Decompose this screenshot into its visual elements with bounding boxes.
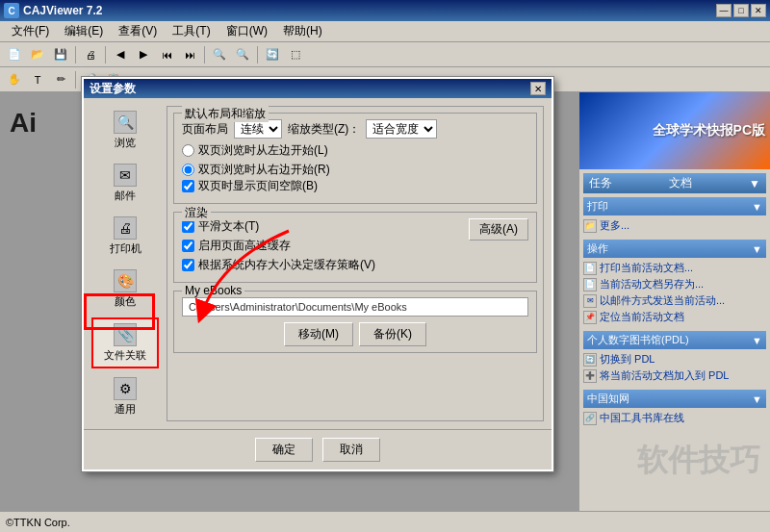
toolbar2-hand[interactable]: ✋ — [4, 69, 25, 90]
right-top-banner: 全球学术快报PC版 — [579, 92, 770, 169]
nav-print-label: 打印机 — [110, 241, 141, 256]
menu-window[interactable]: 窗口(W) — [218, 21, 275, 41]
toolbar-zoom-out[interactable]: 🔍 — [232, 44, 253, 65]
nav-general[interactable]: ⚙ 通用 — [91, 372, 159, 421]
status-bar: ©TTKN Corp. — [0, 511, 770, 532]
backup-button[interactable]: 备份(K) — [359, 322, 426, 346]
smart-checkbox[interactable] — [182, 259, 194, 271]
page-layout-radio-group: 双页浏览时从左边开始(L) 双页浏览时从右边开始(R) — [182, 142, 528, 178]
op-item-1[interactable]: 📄 当前活动文档另存为... — [583, 276, 766, 292]
nav-file-link-icon: 📎 — [114, 323, 137, 346]
pdl-switch-text: 切换到 PDL — [600, 352, 654, 367]
op-icon-3: 📌 — [583, 311, 597, 324]
more-item[interactable]: 📁 更多... — [583, 217, 766, 234]
nav-file-link[interactable]: 📎 文件关联 — [91, 317, 159, 368]
toolbar-forward[interactable]: ▶ — [133, 44, 154, 65]
pdl-section-header[interactable]: 个人数字图书馆(PDL) ▼ — [583, 331, 766, 349]
maximize-button[interactable]: □ — [733, 4, 749, 17]
smooth-checkbox[interactable] — [182, 220, 194, 233]
cnki-item-0[interactable]: 🔗 中国工具书库在线 — [583, 410, 766, 426]
ebooks-section: My eBooks C:\Users\Administrator\Documen… — [173, 291, 537, 353]
smart-checkbox-row: 根据系统内存大小决定缓存策略(V) — [182, 257, 375, 273]
op-icon-2: ✉ — [583, 294, 597, 308]
radio-right-row: 双页浏览时从右边开始(R) — [182, 162, 528, 178]
close-button[interactable]: ✕ — [751, 4, 766, 17]
task-panel-header: 任务 文档 ▼ — [583, 173, 766, 193]
toolbar-first[interactable]: ⏮ — [156, 44, 177, 65]
radio-right[interactable] — [182, 164, 194, 176]
print-section-header[interactable]: 打印 ▼ — [583, 197, 766, 215]
op-item-3[interactable]: 📌 定位当前活动文档 — [583, 309, 766, 325]
cancel-button[interactable]: 取消 — [322, 438, 380, 462]
menu-tools[interactable]: 工具(T) — [165, 21, 218, 41]
smart-label: 根据系统内存大小决定缓存策略(V) — [198, 257, 375, 273]
pdl-switch-item[interactable]: 🔄 切换到 PDL — [583, 351, 766, 367]
toolbar-select[interactable]: ⬚ — [285, 44, 306, 65]
move-button[interactable]: 移动(M) — [284, 322, 353, 346]
op-text-1: 当前活动文档另存为... — [600, 277, 704, 291]
cnki-section: 中国知网 ▼ 🔗 中国工具书库在线 — [583, 390, 766, 426]
ok-button[interactable]: 确定 — [255, 438, 313, 462]
toolbar-zoom-in[interactable]: 🔍 — [209, 44, 230, 65]
pdl-add-text: 将当前活动文档加入到 PDL — [600, 368, 729, 383]
gap-checkbox[interactable] — [182, 180, 194, 192]
render-section: 渲染 平滑文本(T) 启用页面高速缓存 — [173, 212, 537, 283]
toolbar-save[interactable]: 💾 — [50, 44, 71, 65]
page-layout-text: 页面布局 — [182, 121, 228, 138]
nav-print[interactable]: 🖨 打印机 — [91, 212, 159, 261]
op-icon-1: 📄 — [583, 278, 597, 291]
cnki-section-header[interactable]: 中国知网 ▼ — [583, 390, 766, 408]
pdl-add-item[interactable]: ➕ 将当前活动文档加入到 PDL — [583, 367, 766, 384]
nav-browse[interactable]: 🔍 浏览 — [91, 106, 159, 155]
op-collapse-icon: ▼ — [752, 243, 762, 255]
toolbar-open[interactable]: 📂 — [27, 44, 48, 65]
op-item-2[interactable]: ✉ 以邮件方式发送当前活动... — [583, 292, 766, 309]
default-layout-label: 默认布局和缩放 — [182, 106, 269, 122]
operations-section: 操作 ▼ 📄 打印当前活动文档... 📄 当前活动文档另存为... ✉ 以邮件方… — [583, 240, 766, 325]
toolbar-new[interactable]: 📄 — [4, 44, 25, 65]
toolbar-back[interactable]: ◀ — [110, 44, 131, 65]
op-item-0[interactable]: 📄 打印当前活动文档... — [583, 260, 766, 276]
app-icon: C — [4, 3, 19, 18]
toolbar-1: 📄 📂 💾 🖨 ◀ ▶ ⏮ ⏭ 🔍 🔍 🔄 ⬚ — [0, 42, 770, 67]
toolbar-sep-4 — [257, 46, 258, 63]
nav-color[interactable]: 🎨 颜色 — [91, 265, 159, 314]
cache-checkbox[interactable] — [182, 240, 194, 252]
dialog-footer: 确定 取消 — [84, 429, 552, 469]
copyright-text: ©TTKN Corp. — [6, 517, 70, 528]
cnki-icon-0: 🔗 — [583, 412, 597, 425]
radio-left-row: 双页浏览时从左边开始(L) — [182, 142, 528, 159]
menu-file[interactable]: 文件(F) — [4, 21, 57, 41]
task-collapse-icon[interactable]: ▼ — [749, 177, 760, 190]
toolbar-last[interactable]: ⏭ — [179, 44, 200, 65]
minimize-button[interactable]: — — [716, 4, 732, 17]
toolbar2-text[interactable]: T — [27, 69, 48, 90]
nav-email[interactable]: ✉ 邮件 — [91, 159, 159, 208]
pdl-switch-icon: 🔄 — [583, 353, 597, 367]
ebooks-btn-row: 移动(M) 备份(K) — [182, 322, 528, 346]
page-layout-select[interactable]: 连续 — [234, 119, 282, 139]
toolbar-print[interactable]: 🖨 — [80, 44, 101, 65]
advanced-button[interactable]: 高级(A) — [469, 218, 528, 241]
nav-browse-label: 浏览 — [115, 136, 136, 150]
cnki-label: 中国知网 — [587, 392, 629, 406]
nav-general-icon: ⚙ — [114, 377, 137, 400]
window-controls: — □ ✕ — [716, 4, 766, 17]
settings-dialog: 设置参数 ✕ 🔍 浏览 ✉ 邮件 🖨 打印机 🎨 — [82, 77, 553, 471]
op-section-header[interactable]: 操作 ▼ — [583, 240, 766, 258]
print-section: 打印 ▼ 📁 更多... — [583, 197, 766, 234]
toolbar2-annot[interactable]: ✏ — [50, 69, 71, 90]
op-label: 操作 — [587, 241, 608, 256]
menu-help[interactable]: 帮助(H) — [275, 21, 330, 41]
print-collapse-icon: ▼ — [752, 201, 762, 213]
more-label: 更多... — [600, 218, 629, 233]
pdl-collapse-icon: ▼ — [752, 335, 762, 346]
menu-view[interactable]: 查看(V) — [111, 21, 165, 41]
zoom-type-select[interactable]: 适合宽度 — [366, 119, 437, 139]
dialog-close-button[interactable]: ✕ — [530, 82, 546, 95]
menu-edit[interactable]: 编辑(E) — [57, 21, 111, 41]
radio-right-label: 双页浏览时从右边开始(R) — [198, 162, 330, 178]
toolbar-rotate[interactable]: 🔄 — [262, 44, 283, 65]
dialog-content-area: 默认布局和缩放 页面布局 连续 缩放类型(Z)： 适合宽度 — [167, 106, 544, 421]
radio-left[interactable] — [182, 144, 194, 157]
